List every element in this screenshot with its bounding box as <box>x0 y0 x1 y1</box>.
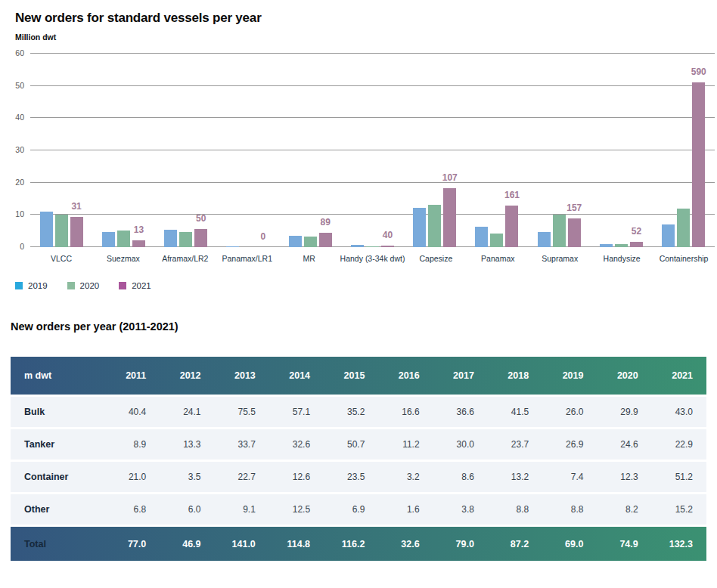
table-cell: 3.2 <box>378 472 433 482</box>
table-cell: 46.9 <box>160 539 214 549</box>
category-label: VLCC <box>30 254 92 263</box>
bar-group: 89 <box>279 54 341 247</box>
header-year-cell: 2013 <box>215 370 269 381</box>
table-cell: 35.2 <box>324 407 378 417</box>
bar-2020 <box>553 215 566 247</box>
header-year-cell: 2016 <box>378 370 433 381</box>
bar-count-label: 50 <box>196 213 206 224</box>
bar-2019 <box>164 230 177 247</box>
table-cell: 8.9 <box>105 439 160 450</box>
orders-table: m dwt20112012201320142015201620172018201… <box>11 357 706 561</box>
bar-group: 157 <box>528 54 590 247</box>
bar-2021 <box>132 240 145 247</box>
row-label: Tanker <box>11 439 105 450</box>
table-cell: 51.2 <box>652 472 706 482</box>
header-unit-cell: m dwt <box>11 370 105 381</box>
chart-section: New orders for standard vessels per year… <box>0 0 717 290</box>
table-cell: 8.8 <box>542 504 597 515</box>
table-cell: 6.9 <box>324 504 378 515</box>
row-label: Total <box>11 539 105 549</box>
bar-2020 <box>428 205 441 247</box>
bar-2021 <box>381 246 394 247</box>
table-cell: 3.5 <box>160 472 214 482</box>
table-cell: 32.6 <box>378 539 433 549</box>
bar-count-label: 40 <box>383 230 393 240</box>
bar-2020 <box>490 234 503 247</box>
y-tick-label: 60 <box>6 48 24 57</box>
table-row: Container21.03.522.712.623.53.28.613.27.… <box>11 462 706 492</box>
bar-count-label: 0 <box>261 231 266 242</box>
bar-group: 40 <box>341 54 403 247</box>
table-cell: 24.6 <box>597 439 651 450</box>
bar-group: 0 <box>217 54 279 247</box>
table-cell: 6.0 <box>160 504 214 515</box>
category-label: Capesize <box>405 254 467 263</box>
bar-2019 <box>289 236 302 247</box>
table-cell: 50.7 <box>324 439 378 450</box>
header-year-cell: 2012 <box>160 370 214 381</box>
table-total-row: Total77.046.9141.0114.8116.232.679.087.2… <box>11 527 706 561</box>
table-cell: 16.6 <box>378 407 433 417</box>
y-tick-label: 10 <box>6 209 24 218</box>
bar-2020 <box>304 237 317 247</box>
bar-2021 <box>319 233 332 247</box>
table-cell: 26.9 <box>542 439 597 450</box>
table-cell: 22.9 <box>652 439 706 450</box>
table-cell: 24.1 <box>160 407 214 417</box>
table-cell: 12.5 <box>269 504 324 515</box>
table-cell: 12.3 <box>597 472 651 482</box>
table-cell: 40.4 <box>105 407 160 417</box>
legend-label: 2020 <box>80 281 100 290</box>
table-header-row: m dwt20112012201320142015201620172018201… <box>11 357 706 395</box>
header-year-cell: 2014 <box>269 370 324 381</box>
y-tick-label: 40 <box>6 113 24 122</box>
bar-2021 <box>443 188 456 248</box>
table-cell: 12.6 <box>269 472 324 482</box>
legend-item-2019: 2019 <box>15 281 48 290</box>
table-cell: 132.3 <box>652 539 706 549</box>
bar-2020 <box>117 231 130 247</box>
table-cell: 30.0 <box>433 439 488 450</box>
table-cell: 87.2 <box>488 539 542 549</box>
bar-count-label: 161 <box>504 190 520 200</box>
bar-count-label: 52 <box>632 226 641 237</box>
table-cell: 9.1 <box>215 504 269 515</box>
bar-2020 <box>55 215 68 247</box>
y-tick-label: 20 <box>6 178 24 187</box>
table-cell: 33.7 <box>215 439 269 450</box>
table-cell: 114.8 <box>269 539 324 549</box>
category-label: Panamax/LR1 <box>216 254 278 263</box>
table-cell: 141.0 <box>215 539 269 549</box>
bar-2020 <box>677 209 690 247</box>
category-label: MR <box>278 254 340 263</box>
bar-count-label: 13 <box>134 224 144 235</box>
bar-2021 <box>194 229 207 247</box>
bar-2021 <box>630 242 643 247</box>
bar-2019 <box>351 245 364 247</box>
legend-swatch-icon <box>15 282 23 289</box>
table-row: Tanker8.913.333.732.650.711.230.023.726.… <box>11 429 706 460</box>
bar-2019 <box>226 246 239 247</box>
table-cell: 23.7 <box>488 439 542 450</box>
bar-2019 <box>102 232 115 247</box>
legend-label: 2019 <box>28 281 48 290</box>
bar-2020 <box>366 246 379 247</box>
table-cell: 6.8 <box>105 504 160 515</box>
header-year-cell: 2011 <box>105 370 160 381</box>
category-label: Panamax <box>467 254 529 263</box>
bar-count-label: 31 <box>71 201 81 212</box>
category-label: Containership <box>653 254 715 263</box>
table-cell: 116.2 <box>324 539 378 549</box>
table-body: Bulk40.424.175.557.135.216.636.641.526.0… <box>11 397 706 561</box>
category-label: Handysize <box>591 254 653 263</box>
legend-item-2021: 2021 <box>119 281 151 290</box>
bar-2019 <box>413 208 426 247</box>
plot-area: 0102030405060 3113500894010716115752590 <box>30 54 715 247</box>
table-cell: 36.6 <box>433 407 488 417</box>
bar-group: 31 <box>30 54 92 247</box>
table-cell: 77.0 <box>105 539 160 549</box>
table-cell: 79.0 <box>433 539 488 549</box>
table-cell: 21.0 <box>105 472 160 482</box>
table-cell: 13.2 <box>488 472 542 482</box>
legend-swatch-icon <box>67 282 75 289</box>
